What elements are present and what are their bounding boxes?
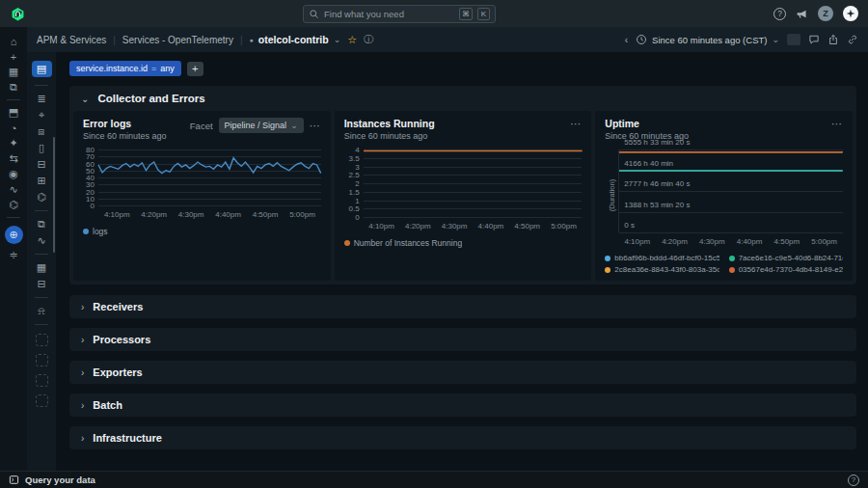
footer-help-button[interactable]: ?	[848, 474, 859, 486]
explorer-nav-item[interactable]: ⊕	[5, 226, 23, 244]
chart-menu-button[interactable]: ⋯	[570, 118, 582, 130]
copy-link-button[interactable]	[847, 34, 858, 45]
custom-view-1-nav-item[interactable]	[36, 334, 48, 346]
legend-item[interactable]: 03567e4d-7370-4db4-8149-e2a664fa6107	[729, 265, 843, 274]
bottom-bar: Query your data ?	[0, 471, 868, 488]
chart-title: Instances Running	[344, 118, 435, 129]
filter-operator: =	[151, 64, 156, 73]
chart-legend: bb6af96b-bddd-46df-bcf0-15c590fe50dc7ace…	[605, 254, 843, 274]
comments-button[interactable]	[808, 34, 820, 45]
comment-icon	[808, 34, 820, 45]
entity-header-row: APM & Services | Services - OpenTelemetr…	[27, 27, 868, 52]
announcements-button[interactable]	[796, 8, 808, 20]
vulnerability-management-nav-item[interactable]: ⌬	[32, 190, 51, 204]
charts-row: Error logs Since 60 minutes ago Facet Pi…	[69, 111, 856, 285]
custom-view-4-nav-item[interactable]	[36, 394, 48, 407]
y-axis-title: (Duration)	[609, 179, 617, 211]
metrics-icon: ∿	[37, 234, 45, 247]
x-tick-label: 5:00pm	[546, 222, 583, 230]
filter-pill[interactable]: service.instance.id = any	[69, 61, 181, 76]
legend-label: Number of Instances Running	[354, 238, 462, 248]
x-tick-label: 4:10pm	[364, 222, 400, 230]
series-lines	[98, 149, 321, 205]
section-receivers[interactable]: ›Receivers	[69, 295, 856, 318]
x-tick-label: 4:40pm	[209, 210, 246, 219]
labs-nav-item[interactable]: ⌬	[4, 198, 23, 212]
clock-icon	[636, 34, 647, 45]
section-infrastructure[interactable]: ›Infrastructure	[69, 426, 856, 449]
ai-monitoring-nav-item[interactable]: ✦	[4, 136, 23, 150]
legend-item[interactable]: bb6af96b-bddd-46df-bcf0-15c590fe50dc	[605, 254, 719, 262]
new-relic-logo-icon[interactable]	[10, 6, 25, 21]
metrics-explorer-nav-item[interactable]: ⊟	[32, 277, 51, 291]
explorer-icon: ⊕	[9, 229, 17, 241]
service-map-nav-item[interactable]: ⌖	[32, 108, 51, 122]
legend-item[interactable]: Number of Instances Running	[344, 238, 462, 248]
related-entities-nav-item[interactable]: ⧉	[32, 217, 51, 231]
custom-view-3-nav-item[interactable]	[36, 374, 48, 387]
create-nav-item[interactable]: +	[4, 49, 23, 64]
entity-picker[interactable]: ● otelcol-contrib ⌄	[250, 34, 341, 45]
y-tick-label: 2	[355, 179, 359, 188]
legend-item[interactable]: logs	[83, 227, 108, 236]
custom-view-2-nav-item[interactable]	[36, 354, 48, 366]
external-services-nav-item[interactable]: ⊞	[32, 174, 51, 188]
search-input[interactable]	[324, 9, 454, 19]
rail-scrollbar[interactable]	[53, 137, 55, 253]
favorite-star-button[interactable]: ☆	[347, 34, 357, 46]
query-your-data-button[interactable]: Query your data	[9, 474, 95, 485]
logs-nav-item[interactable]: ▯	[32, 141, 51, 155]
chart-menu-button[interactable]: ⋯	[310, 120, 321, 132]
events-icon: ▦	[37, 261, 46, 274]
dashboards-nav-item[interactable]: ◔	[4, 121, 23, 135]
time-picker[interactable]: Since 60 minutes ago (CST) ⌄	[636, 34, 779, 45]
entity-info-button[interactable]: ⓘ	[364, 33, 373, 46]
breadcrumb-separator: |	[240, 35, 243, 45]
help-button[interactable]: ?	[773, 8, 786, 20]
events-nav-item[interactable]: ▦	[32, 260, 51, 275]
metrics-nav-item[interactable]: ∿	[32, 233, 51, 248]
home-nav-item[interactable]: ⌂	[4, 34, 23, 48]
legend-item[interactable]: 2c8ea36e-8843-43f0-803a-35dbaea0ff04	[605, 265, 719, 274]
summary-nav-item[interactable]: ▤	[32, 61, 52, 77]
facet-select[interactable]: Pipeline / Signal ⌄	[219, 118, 304, 133]
app-window: ⌘ K ? Z ⌂+▦⧉⬒◔✦⇆◉∿⌬⊕≑ APM & Services | S…	[0, 0, 868, 488]
alerts-nav-item[interactable]: ∿	[4, 182, 23, 197]
preferences-nav-item[interactable]: ≑	[4, 248, 23, 262]
section-exporters[interactable]: ›Exporters	[69, 361, 856, 384]
breadcrumb-apm-services[interactable]: APM & Services	[37, 35, 106, 45]
chart-title: Error logs	[83, 118, 167, 129]
section-batch[interactable]: ›Batch	[69, 393, 856, 417]
section-title: Infrastructure	[93, 432, 162, 444]
global-search[interactable]: ⌘ K	[303, 5, 496, 23]
chevron-right-icon: ›	[81, 433, 84, 444]
docs-nav-item[interactable]: ⧉	[4, 80, 23, 95]
x-axis: 4:10pm4:20pm4:30pm4:40pm4:50pm5:00pm	[98, 210, 321, 219]
breadcrumb-services-opentelemetry[interactable]: Services - OpenTelemetry	[122, 35, 233, 45]
all-capabilities-nav-item[interactable]: ▦	[4, 65, 23, 79]
time-picker-badge[interactable]	[787, 34, 800, 45]
transactions-nav-item[interactable]: ≣	[32, 92, 51, 106]
add-filter-button[interactable]: +	[187, 62, 203, 76]
collapse-panel-button[interactable]: ‹	[625, 35, 628, 45]
browser-nav-item[interactable]: ⬒	[4, 105, 23, 120]
user-avatar[interactable]: Z	[818, 6, 833, 21]
workflows-nav-item[interactable]: ⇆	[4, 151, 23, 166]
section-processors[interactable]: ›Processors	[69, 328, 856, 351]
distributed-tracing-nav-item[interactable]: ⧈	[32, 124, 51, 139]
alert-conditions-nav-item[interactable]: ⍾	[32, 304, 51, 318]
user-management-nav-item[interactable]: ◉	[4, 167, 23, 181]
ai-assistant-button[interactable]	[843, 6, 858, 21]
chart-menu-button[interactable]: ⋯	[831, 118, 843, 130]
gridline	[98, 205, 321, 206]
section-collector-header[interactable]: ⌄ Collector and Errors	[69, 86, 856, 111]
legend-item[interactable]: 7ace6e16-c9e5-40d6-8b24-71c6fb281791	[729, 254, 843, 262]
docs-icon: ⧉	[10, 81, 17, 94]
legend-dot	[605, 267, 610, 273]
legend-label: bb6af96b-bddd-46df-bcf0-15c590fe50dc	[614, 254, 719, 262]
legend-label: 03567e4d-7370-4db4-8149-e2a664fa6107	[739, 265, 843, 274]
databases-nav-item[interactable]: ⊟	[32, 157, 51, 172]
share-button[interactable]	[827, 34, 839, 45]
summary-icon: ▤	[37, 63, 46, 75]
plot-area	[364, 149, 583, 217]
